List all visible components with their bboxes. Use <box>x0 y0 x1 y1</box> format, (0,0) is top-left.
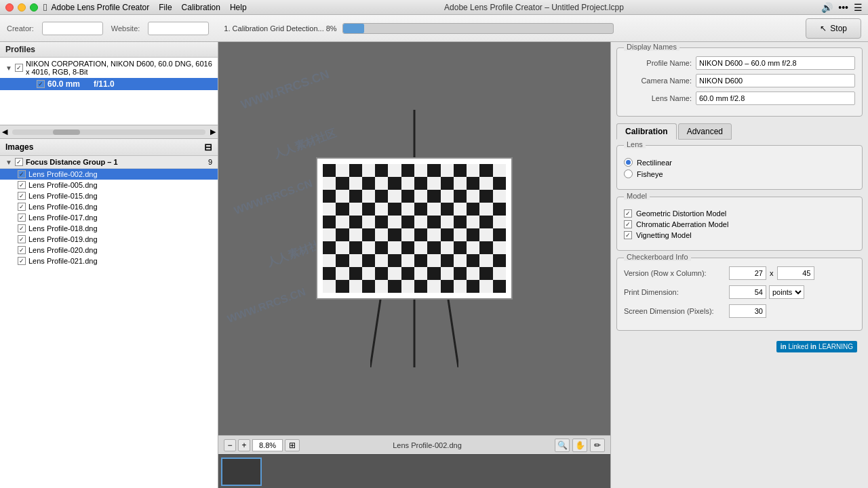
img-checkbox-2[interactable] <box>18 192 26 200</box>
creator-input[interactable] <box>42 22 103 35</box>
stop-button[interactable]: ↖ Stop <box>806 18 861 39</box>
group-checkbox[interactable] <box>15 158 23 166</box>
tree-toggle[interactable]: ▼ <box>5 64 12 72</box>
cb-cell <box>362 228 375 241</box>
profile-main-item[interactable]: ▼ NIKON CORPORATION, NIKON D600, 60.0 DN… <box>0 58 218 78</box>
img-checkbox-7[interactable] <box>18 246 26 254</box>
cb-cell <box>362 177 375 190</box>
img-checkbox-4[interactable] <box>18 214 26 222</box>
image-item-6[interactable]: Lens Profile-019.dng <box>0 234 218 245</box>
scroll-right[interactable]: ▶ <box>208 127 218 136</box>
profile-sub-item[interactable]: 60.0 mm f/11.0 <box>0 78 218 90</box>
scroll-thumb[interactable] <box>53 129 80 135</box>
zoom-in-button[interactable]: + <box>238 439 250 451</box>
magnify-tool[interactable]: 🔍 <box>555 439 570 452</box>
website-input[interactable] <box>148 22 209 35</box>
checkerboard-frame <box>316 157 513 300</box>
img-checkbox-8[interactable] <box>18 257 26 265</box>
img-checkbox-3[interactable] <box>18 203 26 211</box>
image-item-4[interactable]: Lens Profile-017.dng <box>0 212 218 223</box>
left-panel: Profiles ▼ NIKON CORPORATION, NIKON D600… <box>0 42 218 488</box>
image-item-1[interactable]: Lens Profile-005.dng <box>0 180 218 190</box>
image-item-5[interactable]: Lens Profile-018.dng <box>0 223 218 234</box>
cb-cell <box>467 280 479 293</box>
print-unit-select[interactable]: points <box>769 285 804 299</box>
images-options-icon[interactable]: ⊟ <box>204 142 212 152</box>
scroll-left[interactable]: ◀ <box>0 127 9 136</box>
profile-scrollbar[interactable]: ◀ ▶ <box>0 125 218 139</box>
chromatic-checkbox[interactable] <box>624 220 632 228</box>
version-row-input[interactable] <box>729 266 766 280</box>
zoom-controls: − + 8.8% ⊞ <box>224 439 300 451</box>
version-x: x <box>770 269 774 277</box>
tripod-legs <box>370 300 458 367</box>
cb-cell <box>427 177 440 190</box>
close-button[interactable] <box>5 3 14 12</box>
vignetting-checkbox[interactable] <box>624 231 632 239</box>
leg-right-svg <box>438 300 458 367</box>
rectilinear-radio[interactable] <box>624 158 633 167</box>
maximize-button[interactable] <box>30 3 38 12</box>
watermark5: WWW.RRCS.CN <box>226 286 308 326</box>
cb-cell <box>414 164 427 177</box>
cb-cell <box>323 190 336 203</box>
image-item-7[interactable]: Lens Profile-020.dng <box>0 245 218 256</box>
chromatic-item[interactable]: Chromatic Aberration Model <box>624 219 855 230</box>
tab-calibration[interactable]: Calibration <box>616 123 677 140</box>
menu-file[interactable]: File <box>159 3 172 12</box>
group-toggle[interactable]: ▼ <box>5 159 12 166</box>
print-value-input[interactable] <box>729 285 766 299</box>
vignetting-item[interactable]: Vignetting Model <box>624 230 855 241</box>
cb-cell <box>349 190 362 203</box>
profile-name-input[interactable] <box>696 56 855 70</box>
profile-sub-checkbox[interactable] <box>37 80 45 88</box>
cb-cell <box>479 164 492 177</box>
geometric-checkbox[interactable] <box>624 209 632 218</box>
rectilinear-item[interactable]: Rectilinear <box>624 157 855 168</box>
img-checkbox-1[interactable] <box>18 181 26 189</box>
cb-cell <box>467 203 479 216</box>
minimize-button[interactable] <box>18 3 26 12</box>
tab-advanced[interactable]: Advanced <box>678 123 732 140</box>
cb-cell <box>479 177 492 190</box>
camera-name-input[interactable] <box>696 74 855 87</box>
image-item-2[interactable]: Lens Profile-015.dng <box>0 190 218 201</box>
img-checkbox-6[interactable] <box>18 235 26 243</box>
profile-checkbox[interactable] <box>15 64 23 72</box>
cb-cell <box>441 177 454 190</box>
screen-value-input[interactable] <box>729 304 766 318</box>
cb-cell <box>362 216 375 228</box>
fisheye-radio[interactable] <box>624 169 633 178</box>
zoom-fit-button[interactable]: ⊞ <box>285 439 300 451</box>
image-count: 9 <box>208 158 212 166</box>
image-item-8[interactable]: Lens Profile-021.dng <box>0 256 218 266</box>
cb-cell <box>467 254 479 267</box>
cb-cell <box>362 241 375 254</box>
cb-cell <box>493 228 506 241</box>
img-name-3: Lens Profile-016.dng <box>28 203 98 211</box>
cb-cell <box>349 203 362 216</box>
cb-cell <box>388 280 401 293</box>
calibration-status-text: 1. Calibration Grid Detection... 8% <box>224 24 336 33</box>
version-col-input[interactable] <box>777 266 814 280</box>
fisheye-item[interactable]: Fisheye <box>624 168 855 180</box>
apple-menu[interactable]:  <box>43 1 47 13</box>
profile-aperture: f/11.0 <box>94 79 115 89</box>
print-label: Print Dimension: <box>624 288 729 296</box>
rectilinear-label: Rectilinear <box>637 159 672 167</box>
menu-help[interactable]: Help <box>230 3 247 12</box>
cb-cell <box>336 241 349 254</box>
edit-tool[interactable]: ✏ <box>590 439 605 452</box>
menu-calibration[interactable]: Calibration <box>182 3 220 12</box>
geometric-item[interactable]: Geometric Distortion Model <box>624 208 855 219</box>
lens-name-input[interactable] <box>696 92 855 105</box>
strip-thumb-1[interactable] <box>221 458 262 486</box>
img-checkbox-5[interactable] <box>18 224 26 232</box>
image-item-0[interactable]: Lens Profile-002.dng <box>0 169 218 180</box>
cb-cell <box>479 216 492 228</box>
img-checkbox-0[interactable] <box>18 170 26 178</box>
zoom-out-button[interactable]: − <box>224 439 236 451</box>
image-item-3[interactable]: Lens Profile-016.dng <box>0 201 218 212</box>
hand-tool[interactable]: ✋ <box>572 439 587 452</box>
menu-app[interactable]: Adobe Lens Profile Creator <box>51 3 149 12</box>
